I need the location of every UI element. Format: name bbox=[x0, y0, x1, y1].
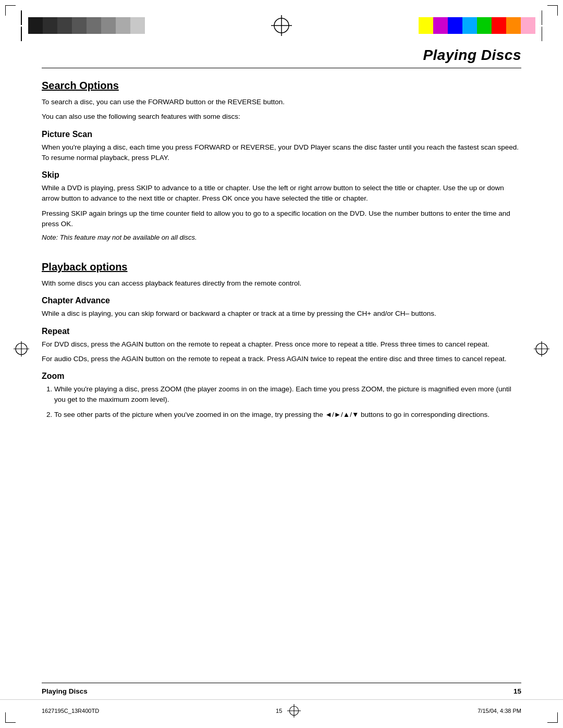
color-block-r8 bbox=[521, 17, 535, 34]
playback-options-heading: Playback options bbox=[42, 261, 521, 273]
skip-text-1: While a DVD is playing, press SKIP to ad… bbox=[42, 183, 521, 204]
page-title: Playing Discs bbox=[423, 47, 521, 64]
color-block-r6 bbox=[492, 17, 506, 34]
color-block-1 bbox=[28, 17, 43, 34]
color-block-7 bbox=[116, 17, 130, 34]
color-block-r3 bbox=[448, 17, 462, 34]
search-options-section: Search Options To search a disc, you can… bbox=[42, 78, 521, 246]
side-reg-mark-right bbox=[534, 341, 549, 358]
crop-mark-br bbox=[547, 712, 558, 723]
footer-code: 1627195C_13R400TD bbox=[42, 708, 99, 714]
chapter-advance-section: Chapter Advance While a disc is playing,… bbox=[42, 296, 521, 319]
page-title-section: Playing Discs bbox=[42, 42, 521, 68]
color-block-r1 bbox=[419, 17, 433, 34]
main-content: Playing Discs Search Options To search a… bbox=[0, 42, 563, 683]
zoom-section: Zoom While you're playing a disc, press … bbox=[42, 372, 521, 420]
footer-page-number: 15 bbox=[513, 687, 521, 695]
color-block-5 bbox=[87, 17, 101, 34]
footer-section-title: Playing Discs bbox=[42, 687, 88, 695]
chapter-advance-text: While a disc is playing, you can skip fo… bbox=[42, 309, 521, 319]
repeat-text-1: For DVD discs, press the AGAIN button on… bbox=[42, 339, 521, 350]
search-options-heading: Search Options bbox=[42, 80, 521, 92]
playback-intro: With some discs you can access playback … bbox=[42, 278, 521, 289]
center-crosshair bbox=[270, 14, 293, 37]
footer-page-center: 15 bbox=[276, 708, 282, 714]
title-divider bbox=[42, 68, 521, 68]
skip-section: Skip While a DVD is playing, press SKIP … bbox=[42, 170, 521, 241]
color-block-r4 bbox=[462, 17, 477, 34]
crop-mark-tr bbox=[547, 5, 558, 16]
repeat-text-2: For audio CDs, press the AGAIN button on… bbox=[42, 354, 521, 364]
footer-content: Playing Discs 15 bbox=[42, 685, 521, 699]
chapter-advance-heading: Chapter Advance bbox=[42, 296, 521, 305]
bottom-center: 15 bbox=[276, 704, 301, 718]
bottom-crosshair bbox=[287, 704, 301, 718]
color-block-r7 bbox=[506, 17, 521, 34]
footer-date: 7/15/04, 4:38 PM bbox=[478, 708, 521, 714]
repeat-section: Repeat For DVD discs, press the AGAIN bu… bbox=[42, 327, 521, 365]
zoom-item-2: To see other parts of the picture when y… bbox=[54, 410, 521, 420]
color-block-6 bbox=[101, 17, 116, 34]
search-intro-1: To search a disc, you can use the FORWAR… bbox=[42, 97, 521, 107]
skip-heading: Skip bbox=[42, 170, 521, 180]
color-block-8 bbox=[130, 17, 145, 34]
color-block-4 bbox=[72, 17, 87, 34]
side-reg-mark-left bbox=[14, 341, 29, 358]
top-bar bbox=[0, 0, 563, 42]
repeat-heading: Repeat bbox=[42, 327, 521, 336]
footer-divider bbox=[42, 683, 521, 683]
page-wrapper: Playing Discs Search Options To search a… bbox=[0, 0, 563, 728]
playback-options-section: Playback options With some discs you can… bbox=[42, 259, 521, 424]
color-strip-right bbox=[419, 17, 535, 34]
skip-text-2: Pressing SKIP again brings up the time c… bbox=[42, 208, 521, 230]
zoom-heading: Zoom bbox=[42, 372, 521, 381]
color-block-r2 bbox=[433, 17, 448, 34]
skip-note: Note: This feature may not be available … bbox=[42, 233, 521, 241]
picture-scan-section: Picture Scan When you're playing a disc,… bbox=[42, 130, 521, 164]
color-block-3 bbox=[57, 17, 72, 34]
picture-scan-heading: Picture Scan bbox=[42, 130, 521, 139]
search-intro-2: You can also use the following search fe… bbox=[42, 112, 521, 122]
color-block-2 bbox=[43, 17, 57, 34]
crop-mark-tl bbox=[5, 5, 16, 16]
crop-mark-bl bbox=[5, 712, 16, 723]
color-strip-left bbox=[28, 17, 145, 34]
color-block-r5 bbox=[477, 17, 492, 34]
bottom-strip: 1627195C_13R400TD 15 7/15/04, 4:38 PM bbox=[0, 699, 563, 728]
picture-scan-text: When you're playing a disc, each time yo… bbox=[42, 142, 521, 164]
footer-area: Playing Discs 15 bbox=[0, 683, 563, 699]
zoom-list: While you're playing a disc, press ZOOM … bbox=[42, 384, 521, 420]
zoom-item-1: While you're playing a disc, press ZOOM … bbox=[54, 384, 521, 405]
